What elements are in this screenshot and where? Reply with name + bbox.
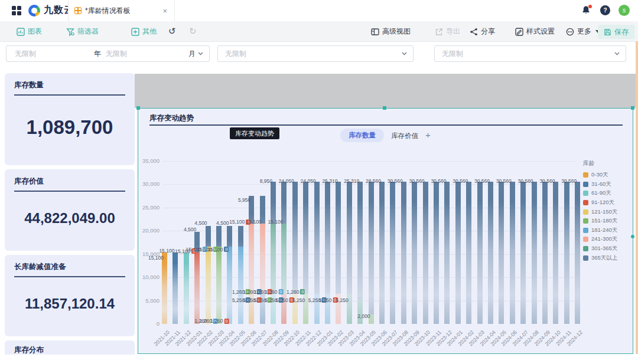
bar[interactable] [520, 182, 526, 324]
legend-item[interactable]: 301-365天 [583, 244, 617, 254]
legend-label: 241-300天 [591, 235, 617, 243]
export-icon [435, 28, 443, 36]
chart-panel[interactable]: 库存变动趋势 库存变动趋势 库存数量 库存价值 + 05,00010,00015… [138, 108, 633, 354]
bar-segment [314, 182, 320, 294]
bar[interactable] [455, 182, 461, 324]
kpi-card-impairment[interactable]: 长库龄减值准备 11,857,120.14 [5, 255, 135, 336]
app-window: 九数云 *库龄情况看板 × ? s 图表 筛选器 其他 ↺ ↻ [0, 0, 638, 364]
other-icon [131, 28, 139, 36]
legend-item[interactable]: 0-30天 [583, 170, 617, 180]
share-button[interactable]: 分享 [470, 21, 495, 42]
legend-item[interactable]: 181-240天 [583, 226, 617, 235]
bar-segment [499, 182, 504, 324]
bar-segment [455, 182, 461, 324]
bar[interactable] [575, 182, 580, 324]
bar[interactable] [532, 182, 537, 324]
bar[interactable] [488, 182, 493, 324]
export-button[interactable]: 导出 [435, 21, 460, 42]
bar[interactable] [260, 196, 265, 324]
legend-item[interactable]: 91-120天 [583, 198, 617, 208]
bar[interactable] [172, 252, 178, 324]
bar[interactable] [423, 182, 428, 324]
bar[interactable] [564, 182, 569, 324]
more-button[interactable]: 更多 [566, 21, 600, 42]
legend-item[interactable]: 151-180天 [583, 217, 617, 226]
legend-swatch [583, 209, 588, 215]
help-icon[interactable]: ? [600, 5, 610, 15]
kpi-card-inventory-value[interactable]: 库存价值 44,822,049.00 [5, 169, 135, 251]
bar[interactable] [510, 182, 515, 324]
bar-segment [292, 182, 298, 294]
dashboard-tab[interactable]: *库龄情况看板 × [68, 0, 175, 21]
bar-segment [325, 182, 330, 294]
bar[interactable] [238, 226, 243, 324]
data-label: 1,2600 [287, 289, 305, 295]
bar-segment [357, 300, 363, 324]
app-logo[interactable]: 九数云 [28, 4, 74, 17]
date-to-value: 无限制 [106, 49, 127, 59]
plot-area: 05,00010,00015,00020,00025,00030,00035,0… [138, 109, 634, 355]
chevron-down-icon [402, 52, 407, 55]
bar[interactable] [369, 182, 374, 324]
user-avatar[interactable]: s [619, 5, 630, 16]
data-label: 15,1000 [207, 247, 229, 252]
bar[interactable] [499, 182, 504, 324]
legend-item[interactable]: 61-90天 [583, 189, 617, 198]
filter-select-2[interactable]: 无限制 [217, 45, 414, 62]
bar[interactable] [216, 226, 222, 324]
bar-segment [488, 182, 493, 324]
save-button[interactable]: 保存 [598, 25, 634, 39]
advanced-view-button[interactable]: 高级视图 [371, 21, 411, 42]
apps-grid-icon[interactable] [12, 6, 21, 15]
chart-button[interactable]: 图表 [17, 21, 42, 42]
bar[interactable] [444, 182, 450, 324]
bar[interactable] [434, 182, 439, 324]
legend-swatch [583, 191, 588, 196]
empty-canvas-block [135, 74, 636, 108]
bar[interactable] [357, 182, 363, 324]
bar-segment [510, 182, 515, 324]
style-settings-button[interactable]: 样式设置 [515, 21, 555, 42]
bar[interactable] [379, 182, 385, 324]
bar[interactable] [194, 232, 200, 324]
legend-item[interactable]: 365天以上 [583, 253, 617, 263]
bar[interactable] [184, 252, 189, 324]
other-button[interactable]: 其他 [131, 21, 157, 42]
legend-swatch [583, 237, 588, 242]
notification-bell-icon[interactable] [581, 5, 592, 16]
undo-icon[interactable]: ↺ [168, 21, 176, 42]
legend-item[interactable]: 31-60天 [583, 180, 617, 189]
kpi-title: 长库龄减值准备 [14, 262, 125, 272]
bar[interactable] [542, 182, 548, 324]
bar[interactable] [249, 196, 254, 324]
tab-close-icon[interactable]: × [161, 6, 168, 15]
bar[interactable] [466, 182, 471, 324]
bar-segment [564, 182, 569, 324]
bar[interactable] [206, 226, 211, 324]
legend-swatch [583, 255, 588, 261]
bar[interactable] [390, 182, 395, 324]
bar-segment [238, 247, 243, 324]
bar-segment [206, 247, 211, 324]
kpi-card-inventory-qty[interactable]: 库存数量 1,089,700 [5, 73, 135, 165]
y-axis-tick: 30,000 [138, 181, 160, 187]
kpi-title: 库存数量 [14, 80, 125, 90]
filter-button[interactable]: 筛选器 [66, 21, 99, 42]
bar-segment [553, 182, 558, 324]
legend-item[interactable]: 121-150天 [583, 207, 617, 217]
bar[interactable] [477, 182, 483, 324]
chart-legend: 库龄 0-30天31-60天61-90天91-120天121-150天151-1… [583, 159, 617, 263]
legend-item[interactable]: 241-300天 [583, 235, 617, 244]
bar[interactable] [227, 226, 232, 324]
data-label: 30,560 [431, 178, 446, 184]
bar[interactable] [412, 182, 417, 324]
date-range-filter[interactable]: 无限制 年 无限制 月 [6, 45, 210, 62]
bar-segment [271, 224, 276, 294]
filter-select-3[interactable]: 无限制 [434, 45, 626, 62]
bar[interactable] [553, 182, 558, 324]
data-label: 15,100 [246, 219, 262, 225]
style-icon [515, 28, 523, 36]
bar[interactable] [162, 252, 167, 324]
redo-icon[interactable]: ↻ [189, 21, 197, 42]
bar[interactable] [401, 182, 406, 324]
